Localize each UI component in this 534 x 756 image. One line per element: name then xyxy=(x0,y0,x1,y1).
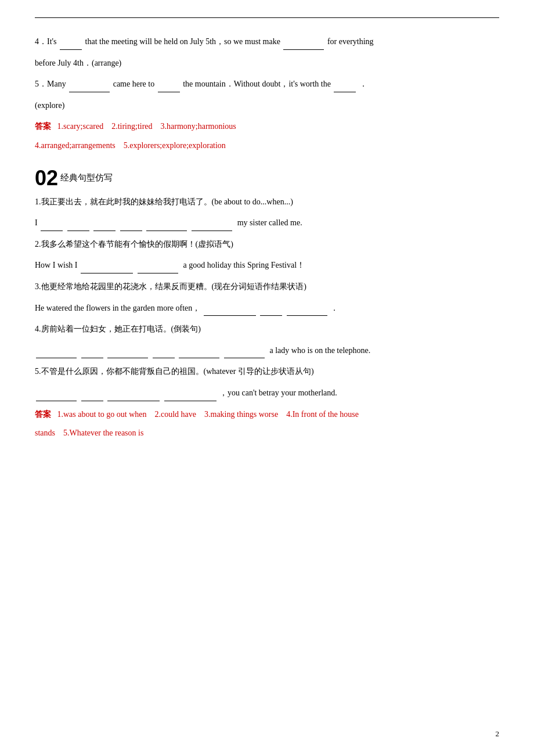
item-s2-2-blank2 xyxy=(138,273,178,273)
section2-number: 02 xyxy=(35,168,58,189)
item-s2-1-blank1 xyxy=(41,231,63,231)
section1-continued: 4．It's that the meeting will be held on … xyxy=(35,34,499,154)
item-s2-1-blank2 xyxy=(67,231,89,231)
item-4-continuation: before July 4th．(arrange) xyxy=(35,59,121,67)
item-s2-1-cn: 1.我正要出去，就在此时我的妹妹给我打电话了。(be about to do..… xyxy=(35,197,293,206)
item-s2-5-blank3 xyxy=(107,401,160,401)
item-s2-3-blank2 xyxy=(260,315,282,316)
item-s2-4-en-suffix: a lady who is on the telephone. xyxy=(268,346,370,355)
item-s2-5-blank1 xyxy=(36,401,77,401)
section1-answer-2-text: 4.arranged;arrangements 5.explorers;expl… xyxy=(35,141,226,150)
item-s2-4-blank3 xyxy=(107,358,148,358)
item-s2-4-blank4 xyxy=(153,358,175,358)
item-s2-1-en-suffix: my sister called me. xyxy=(235,218,302,227)
item-5-line2: (explore) xyxy=(35,98,499,114)
item-s2-4-cn: 4.房前站着一位妇女，她正在打电话。(倒装句) xyxy=(35,325,201,333)
item-s2-3-cn: 3.他更经常地给花园里的花浇水，结果反而更糟。(现在分词短语作结果状语) xyxy=(35,282,306,291)
item-5-text: 5．Many came here to the mountain．Without… xyxy=(35,77,499,92)
item-s2-4-english: a lady who is on the telephone. xyxy=(35,343,499,359)
section2: 02 经典句型仿写 1.我正要出去，就在此时我的妹妹给我打电话了。(be abo… xyxy=(35,168,499,441)
item-s2-2-blank1 xyxy=(81,273,133,273)
item-5-blank1 xyxy=(69,92,110,92)
item-s2-1-blank6 xyxy=(192,231,232,231)
item-4-text: 4．It's that the meeting will be held on … xyxy=(35,34,499,50)
item-5-continuation: (explore) xyxy=(35,101,64,110)
item-s2-5-en-suffix: ，you can't betray your motherland. xyxy=(219,388,337,397)
item-s2-5-cn: 5.不管是什么原因，你都不能背叛自己的祖国。(whatever 引导的让步状语从… xyxy=(35,367,314,376)
item-5-blank2 xyxy=(158,92,180,92)
section2-title: 经典句型仿写 xyxy=(60,172,113,183)
item-s2-4-chinese: 4.房前站着一位妇女，她正在打电话。(倒装句) xyxy=(35,322,499,337)
section2-answer-1: 1.was about to go out when 2.could have … xyxy=(57,410,359,419)
section1-answer-1: 1.scary;scared 2.tiring;tired 3.harmony;… xyxy=(57,122,236,131)
item-5-end: ． xyxy=(359,80,367,88)
section1-answer-label: 答案 1.scary;scared 2.tiring;tired 3.harmo… xyxy=(35,119,499,135)
item-s2-3-en-prefix: He watered the flowers in the garden mor… xyxy=(35,304,200,312)
item-s2-5-chinese: 5.不管是什么原因，你都不能背叛自己的祖国。(whatever 引导的让步状语从… xyxy=(35,364,499,380)
item-s2-1-blank5 xyxy=(146,231,187,231)
section2-answer-label: 答案 xyxy=(35,410,51,419)
item-s2-1-en-prefix: I xyxy=(35,218,38,227)
item-s2-3-en-suffix: ． xyxy=(330,304,338,312)
item-s2-1-chinese: 1.我正要出去，就在此时我的妹妹给我打电话了。(be about to do..… xyxy=(35,195,499,210)
item-s2-5-english: ，you can't betray your motherland. xyxy=(35,386,499,401)
item-s2-1-blank3 xyxy=(93,231,116,231)
item-s2-1-english: I my sister called me. xyxy=(35,215,499,231)
item-s2-5-blank4 xyxy=(164,401,217,401)
item-s2-3-blank3 xyxy=(287,315,327,316)
section2-answer-label-line: 答案 1.was about to go out when 2.could ha… xyxy=(35,407,499,423)
item-4-label: 4．It's xyxy=(35,37,57,46)
item-s2-1-blank4 xyxy=(120,231,142,231)
item-s2-3-chinese: 3.他更经常地给花园里的花浇水，结果反而更糟。(现在分词短语作结果状语) xyxy=(35,279,499,295)
page-container: 4．It's that the meeting will be held on … xyxy=(0,0,534,756)
item-4-blank1 xyxy=(60,49,82,50)
item-s2-3-english: He watered the flowers in the garden mor… xyxy=(35,301,499,316)
item-s2-4-blank2 xyxy=(81,358,103,358)
item-s2-4-blank6 xyxy=(224,358,265,358)
item-s2-2-english: How I wish I a good holiday this Spring … xyxy=(35,258,499,273)
item-s2-2-cn: 2.我多么希望这个春节能有个愉快的假期啊！(虚拟语气) xyxy=(35,240,233,249)
section1-answer-2: 4.arranged;arrangements 5.explorers;expl… xyxy=(35,138,499,154)
item-s2-2-en-suffix: a good holiday this Spring Festival！ xyxy=(181,261,305,269)
item-s2-3-blank1 xyxy=(204,315,256,316)
section2-header: 02 经典句型仿写 xyxy=(35,168,499,189)
section2-answer-2-text: stands 5.Whatever the reason is xyxy=(35,429,143,437)
item-s2-2-en-prefix: How I wish I xyxy=(35,261,78,269)
section2-answer-2: stands 5.Whatever the reason is xyxy=(35,426,499,441)
item-4-blank2 xyxy=(283,49,324,50)
item-s2-2-chinese: 2.我多么希望这个春节能有个愉快的假期啊！(虚拟语气) xyxy=(35,237,499,253)
item-s2-5-blank2 xyxy=(81,401,103,401)
item-s2-4-blank1 xyxy=(36,358,77,358)
item-s2-4-blank5 xyxy=(179,358,219,358)
item-4-line2: before July 4th．(arrange) xyxy=(35,56,499,71)
top-divider xyxy=(35,17,499,18)
item-5-mid1: came here to xyxy=(113,80,155,88)
item-5-label: 5．Many xyxy=(35,80,66,88)
item-5-mid2: the mountain．Without doubt，it's worth th… xyxy=(183,80,331,88)
item-4-mid1: that the meeting will be held on July 5t… xyxy=(85,37,280,46)
item-5-blank3 xyxy=(334,92,356,92)
item-4-mid2: for everything xyxy=(327,37,374,46)
page-number: 2 xyxy=(496,729,500,739)
